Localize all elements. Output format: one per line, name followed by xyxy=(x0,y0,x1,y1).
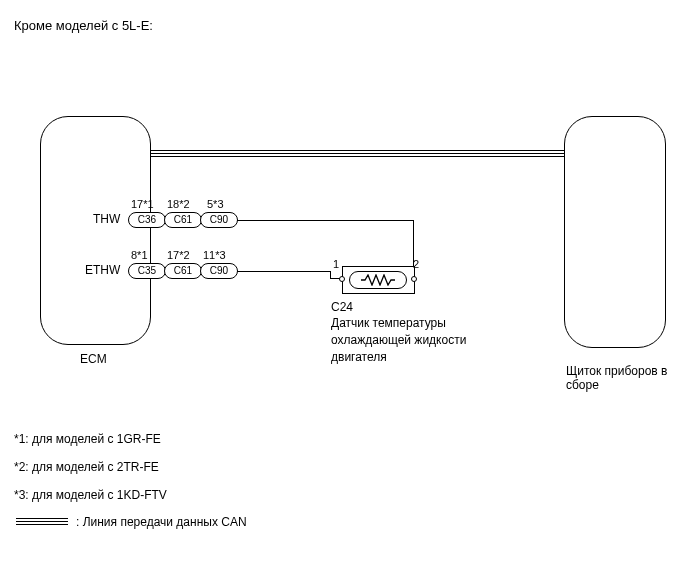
diagram-canvas: Кроме моделей с 5L-E: ECM Щиток приборов… xyxy=(0,0,691,562)
note-2: *2: для моделей с 2TR-FE xyxy=(14,460,159,474)
ethw-drop xyxy=(330,271,331,278)
thw-conn3: C90 xyxy=(200,212,238,228)
ethw-wire-a xyxy=(237,271,330,272)
thw-conn2: C61 xyxy=(164,212,202,228)
diagram-title: Кроме моделей с 5L-E: xyxy=(14,18,153,33)
thw-label: THW xyxy=(93,212,120,226)
can-bus-line-b xyxy=(150,156,564,157)
sensor-body xyxy=(349,271,407,289)
ethw-conn3: C90 xyxy=(200,263,238,279)
legend-bus-icon xyxy=(16,518,68,522)
cluster-box xyxy=(564,116,666,348)
resistor-icon xyxy=(361,274,395,286)
sensor-pin2-label: 2 xyxy=(413,258,419,270)
thw-wire xyxy=(237,220,413,221)
ethw-pin3-top: 11*3 xyxy=(203,249,226,261)
ethw-conn1: C35 xyxy=(128,263,166,279)
cluster-label: Щиток приборов в сборе xyxy=(566,364,676,392)
note-1: *1: для моделей с 1GR-FE xyxy=(14,432,161,446)
note-3: *3: для моделей с 1KD-FTV xyxy=(14,488,167,502)
thw-pin1-top: 17*1 xyxy=(131,198,154,210)
ethw-conn2: C61 xyxy=(164,263,202,279)
sensor-name: Датчик температуры охлаждающей жидкости … xyxy=(331,315,491,366)
sensor-ref: C24 xyxy=(331,300,353,314)
can-bus-line xyxy=(150,150,564,154)
ecm-label: ECM xyxy=(80,352,107,366)
sensor-pin-1 xyxy=(339,276,345,282)
ethw-pin1-top: 8*1 xyxy=(131,249,148,261)
ecm-box xyxy=(40,116,151,345)
legend-bus-text: : Линия передачи данных CAN xyxy=(76,515,247,529)
ethw-pin2-top: 17*2 xyxy=(167,249,190,261)
sensor-pin1-label: 1 xyxy=(333,258,339,270)
sensor-pin-2 xyxy=(411,276,417,282)
thw-pin3-top: 5*3 xyxy=(207,198,224,210)
legend-bus-icon-b xyxy=(16,524,68,525)
ethw-label: ETHW xyxy=(85,263,120,277)
thw-pin2-top: 18*2 xyxy=(167,198,190,210)
thw-conn1: C36 xyxy=(128,212,166,228)
